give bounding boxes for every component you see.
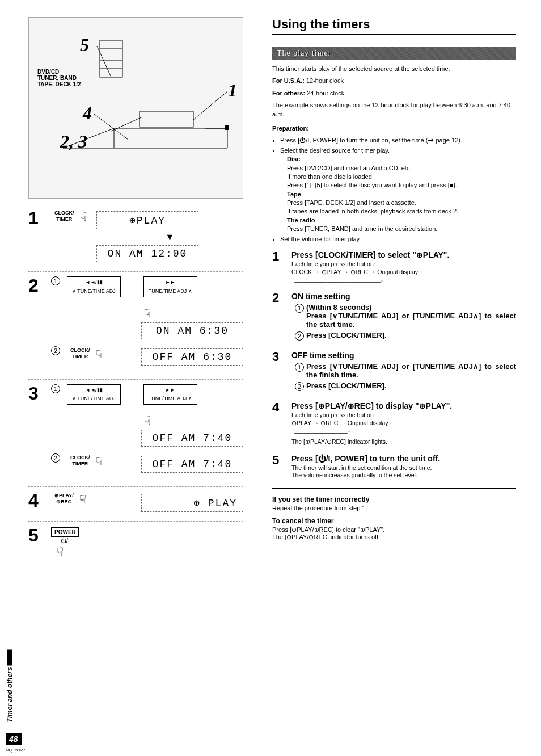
- rstep2-num: 2: [272, 292, 285, 343]
- svg-line-5: [94, 114, 128, 140]
- rstep5-sub1: The timer will start in the set conditio…: [291, 464, 516, 472]
- loop-arrow: ↑__________________________↓: [291, 276, 516, 284]
- step2-display1: ON AM 6:30: [141, 322, 243, 339]
- tune-up-button: ►► TUNE/TIME ADJ ∧: [143, 384, 197, 405]
- prep-list: Press [⏻/I, POWER] to turn the unit on, …: [272, 136, 516, 243]
- tape-hdr: Tape: [287, 191, 301, 198]
- doc-code: RQT5327: [6, 747, 26, 753]
- rstep4-num: 4: [272, 401, 285, 446]
- power-button: POWER: [51, 527, 79, 537]
- rstep-2: 2 ON time setting 1(Within 8 seconds) Pr…: [272, 292, 516, 343]
- rstep1-num: 1: [272, 250, 285, 284]
- radio-hdr: The radio: [287, 217, 315, 224]
- usa-val: 12-hour clock: [306, 77, 344, 84]
- usa-label: For U.S.A.:: [272, 77, 305, 84]
- tune-left-bot: ∨ TUNE/TIME ADJ: [72, 287, 116, 295]
- rstep4-sub3: The [⊕PLAY/⊕REC] indicator lights.: [291, 438, 516, 446]
- svg-rect-0: [100, 40, 122, 77]
- hand-icon: ☟: [144, 414, 151, 427]
- side-tab-text: Timer and others: [6, 667, 14, 722]
- rstep1-hdr: Press [CLOCK/TIMER] to select "⊕PLAY".: [291, 250, 516, 259]
- rstep3-hdr: OFF time setting: [291, 351, 516, 360]
- side-tab: Timer and others: [6, 646, 14, 722]
- step-list: 1 Press [CLOCK/TIMER] to select "⊕PLAY".…: [272, 250, 516, 480]
- tape2: If tapes are loaded in both decks, playb…: [287, 208, 458, 215]
- step2-num: 2: [28, 276, 45, 372]
- disc-hdr: Disc: [287, 156, 300, 162]
- tune-down-button: ◄◄/▮▮ ∨ TUNE/TIME ADJ: [67, 384, 121, 405]
- rstep5-hdr: Press [⏻/I, POWER] to turn the unit off.: [291, 454, 516, 463]
- note2-body1: Press [⊕PLAY/⊕REC] to clear "⊕PLAY".: [272, 526, 384, 533]
- step4-num: 4: [28, 492, 45, 510]
- hand-icon: ☟: [80, 210, 87, 224]
- down-arrow-icon: ▼: [96, 233, 243, 242]
- step1-btn: CLOCK/ TIMER: [51, 209, 78, 224]
- step1-num: 1: [28, 209, 45, 227]
- rstep2-a: (Within 8 seconds) Press [∨TUNE/TIME ADJ…: [306, 303, 516, 329]
- hand-icon: ☟: [96, 455, 103, 468]
- step3-display1: OFF AM 7:40: [141, 430, 243, 447]
- step2-btn: CLOCK/ TIMER: [67, 346, 94, 361]
- step3-btn: CLOCK/ TIMER: [67, 453, 94, 468]
- t3r1: ►►: [149, 387, 192, 393]
- left-column: 5 DVD/CD TUNER, BAND TAPE, DECK 1/2 4 2,…: [28, 17, 255, 745]
- others-val: 24-hour clock: [307, 90, 344, 96]
- rstep3-b: Press [CLOCK/TIMER].: [306, 381, 516, 390]
- step4-btn: ⊕PLAY/ ⊕REC: [51, 492, 77, 506]
- circled2-icon: 2: [51, 453, 60, 463]
- hand-icon: ☟: [144, 306, 151, 320]
- intro-others: For others: 24-hour clock: [272, 89, 516, 98]
- rstep-4: 4 Press [⊕PLAY/⊕REC] to display "⊕PLAY".…: [272, 401, 516, 446]
- left-step-4: 4 ⊕PLAY/ ⊕REC ☟ ⊕ PLAY: [28, 487, 243, 522]
- rstep4-sub2: ⊕PLAY → ⊕REC → Original display: [291, 419, 516, 427]
- circled2-icon: 2: [51, 346, 60, 355]
- left-step-1: 1 CLOCK/ TIMER ☟ ⊕PLAY ▼ ON AM 12:00: [28, 204, 243, 272]
- t3l1: ◄◄/▮▮: [72, 387, 116, 393]
- step1-display2: ON AM 12:00: [96, 245, 198, 262]
- page-title: Using the timers: [272, 17, 516, 35]
- intro-line1: This timer starts play of the selected s…: [272, 65, 516, 73]
- t3l2: ∨ TUNE/TIME ADJ: [72, 394, 116, 402]
- svg-line-9: [97, 46, 111, 77]
- rstep3-a: Press [∨TUNE/TIME ADJ] or [TUNE/TIME ADJ…: [306, 362, 516, 379]
- right-column: Using the timers The play timer This tim…: [267, 17, 516, 745]
- rstep5-sub2: The volume increases gradually to the se…: [291, 472, 516, 480]
- note1-body: Repeat the procedure from step 1.: [272, 505, 516, 511]
- left-step-5: 5 POWER ⏻/I ☟: [28, 522, 243, 565]
- rstep-1: 1 Press [CLOCK/TIMER] to select "⊕PLAY".…: [272, 250, 516, 284]
- tune-left-top: ◄◄/▮▮: [72, 279, 116, 285]
- rstep5-num: 5: [272, 454, 285, 480]
- note2-hdr: To cancel the timer: [272, 517, 516, 525]
- power-sub: ⏻/I: [51, 537, 79, 544]
- circled1-icon: 1: [51, 276, 60, 285]
- tune-up-button: ►► TUNE/TIME ADJ ∧: [143, 276, 197, 297]
- circled1-icon: 1: [51, 384, 60, 393]
- circled2-icon: 2: [295, 382, 304, 391]
- rstep1-sub1: Each time you press the button:: [291, 261, 516, 268]
- tune-down-button: ◄◄/▮▮ ∨ TUNE/TIME ADJ: [67, 276, 121, 297]
- svg-line-6: [193, 91, 227, 120]
- step5-num: 5: [28, 526, 45, 544]
- circled1-icon: 1: [295, 363, 304, 372]
- rstep4-sub1: Each time you press the button:: [291, 411, 516, 419]
- svg-rect-4: [140, 111, 193, 127]
- rstep4-hdr: Press [⊕PLAY/⊕REC] to display "⊕PLAY".: [291, 401, 516, 410]
- others-label: For others:: [272, 90, 305, 96]
- tune-right-top: ►►: [149, 279, 192, 285]
- rstep1-sub2: CLOCK → ⊕PLAY → ⊕REC → Original display: [291, 268, 516, 276]
- intro-usa: For U.S.A.: 12-hour clock: [272, 77, 516, 85]
- radio1: Press [TUNER, BAND] and tune in the desi…: [287, 225, 437, 232]
- prep-b2-text: Select the desired source for timer play…: [280, 147, 390, 154]
- rstep2-hdr: ON time setting: [291, 292, 516, 301]
- rstep2-b: Press [CLOCK/TIMER].: [306, 331, 516, 339]
- svg-rect-8: [225, 125, 229, 130]
- t3r2: TUNE/TIME ADJ ∧: [149, 394, 192, 402]
- disc1: Press [DVD/CD] and insert an Audio CD, e…: [287, 165, 411, 171]
- tape1: Press [TAPE, DECK 1/2] and insert a cass…: [287, 199, 416, 206]
- left-step-2: 2 1 ◄◄/▮▮ ∨ TUNE/TIME ADJ ►► TUNE/TIME A…: [28, 272, 243, 380]
- hand-icon: ☟: [79, 493, 86, 506]
- step3-display2: OFF AM 7:40: [141, 456, 243, 473]
- prep-b3: Set the volume for timer play.: [280, 235, 516, 243]
- intro-example: The example shows settings on the 12-hou…: [272, 101, 516, 119]
- circled1-icon: 1: [295, 304, 304, 313]
